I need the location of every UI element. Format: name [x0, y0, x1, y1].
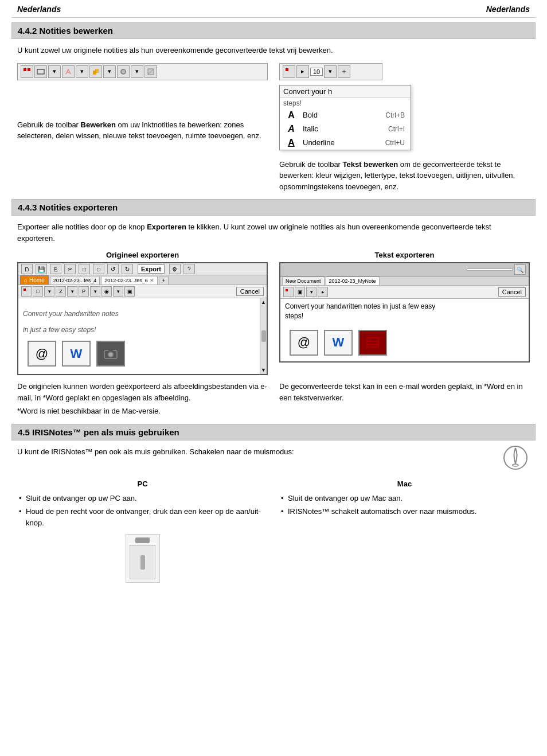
export-col-left: Origineel exporteren 🗋 💾 ⎘ ✂ □ □ ↺ ↻ Exp…: [17, 251, 268, 375]
inner-tb-dropdown-4[interactable]: ▾: [113, 286, 123, 297]
inner-tb-dropdown-2[interactable]: ▾: [67, 286, 77, 297]
inner-tb-3[interactable]: Z: [56, 286, 66, 297]
context-menu-subheader: steps!: [280, 98, 411, 108]
tab-new-doc[interactable]: New Document: [282, 276, 325, 285]
tb-text-btn-4[interactable]: +: [338, 65, 350, 78]
bold-icon: A: [286, 110, 297, 120]
tb-btn-dropdown-4[interactable]: ▾: [131, 65, 143, 78]
tb-btn-4[interactable]: [89, 65, 102, 78]
svg-rect-15: [108, 349, 113, 351]
menu-item-bold[interactable]: A Bold Ctrl+B: [280, 108, 411, 122]
tb-btn-dropdown-1[interactable]: ▾: [48, 65, 61, 78]
tb-btn-2[interactable]: [34, 65, 47, 78]
tab-1[interactable]: 2012-02-23...tes_4: [50, 276, 100, 285]
tb-text-btn-3[interactable]: ▾: [324, 65, 337, 78]
scroll-down-left[interactable]: ▼: [261, 367, 266, 373]
tab-home-label: Home: [29, 277, 45, 283]
search-btn-right[interactable]: 🔍: [514, 264, 526, 275]
tab-mynote[interactable]: 2012-02-23_MyNote: [326, 276, 380, 285]
tb-btn-dropdown-2[interactable]: ▾: [76, 65, 88, 78]
icon-camera-left: [96, 341, 125, 367]
menu-btn-6[interactable]: □: [93, 264, 104, 274]
section-442-title: 4.4.2 Notities bewerken: [11, 22, 536, 39]
icon-word-right: W: [324, 330, 353, 356]
pen-circle-icon: [501, 443, 530, 472]
export-btn[interactable]: Export: [138, 264, 165, 274]
export-right-text: De geconverteerde tekst kan in een e-mai…: [279, 381, 530, 403]
menu-bold-label: Bold: [303, 111, 380, 119]
menu-btn-2[interactable]: 💾: [36, 264, 47, 274]
tb-btn-5[interactable]: [117, 65, 130, 78]
text-window-right: 🔍 New Document 2012-02-23_MyNote ▣: [279, 262, 530, 363]
menu-item-italic[interactable]: A Italic Ctrl+I: [280, 122, 411, 136]
app-inner-toolbar-left: □ ▾ Z ▾ P ▾ ◉ ▾ ▣ Cancel: [18, 285, 267, 298]
export-desc-cols: De originelen kunnen worden geëxporteerd…: [17, 381, 530, 417]
tab-add[interactable]: +: [159, 276, 169, 285]
section-45-body-row: U kunt de IRISNotes™ pen ook als muis ge…: [17, 446, 530, 474]
menu-italic-label: Italic: [303, 124, 382, 133]
menu-italic-shortcut: Ctrl+I: [388, 125, 405, 133]
pen-icon-area: [501, 443, 530, 474]
context-menu-header: Convert your h: [280, 85, 411, 98]
menu-btn-10[interactable]: ?: [183, 264, 195, 274]
menu-btn-3[interactable]: ⎘: [50, 264, 61, 274]
tb-btn-1[interactable]: [21, 65, 33, 78]
inner-tb-6[interactable]: ▣: [124, 286, 135, 297]
tab-2[interactable]: 2012-02-23...tes_6 ✕: [101, 276, 158, 285]
pc-bullet-2: Houd de pen recht voor de ontvanger, dru…: [17, 506, 268, 528]
tab-home[interactable]: ⌂ Home: [20, 275, 49, 285]
inner-tb-right-2[interactable]: ▣: [295, 287, 305, 297]
scroll-up-left[interactable]: ▲: [261, 299, 266, 305]
svg-rect-17: [367, 338, 378, 347]
inner-tb-2[interactable]: □: [33, 286, 43, 297]
inner-tb-right-3[interactable]: ▾: [306, 287, 317, 297]
section-45-title-text: 4.5 IRISNotes™ pen als muis gebruiken: [18, 427, 179, 437]
svg-point-14: [109, 353, 112, 356]
inner-tb-1[interactable]: [21, 286, 32, 297]
scrollbar-left[interactable]: ▲ ▼: [260, 298, 267, 374]
handwriting-line1: Convert your handwritten notes: [23, 309, 255, 319]
tb-text-btn-2[interactable]: ▸: [296, 65, 309, 78]
menu-btn-4[interactable]: ✂: [64, 264, 76, 274]
export-left-desc: De originelen kunnen worden geëxporteerd…: [17, 381, 268, 417]
pc-mac-cols: PC Sluit de ontvanger op uw PC aan. Houd…: [17, 480, 530, 583]
menu-btn-8[interactable]: ↻: [122, 264, 133, 274]
inner-tb-dropdown-3[interactable]: ▾: [90, 286, 100, 297]
tb-btn-6[interactable]: [144, 65, 157, 78]
app-inner-toolbar-right: ▣ ▾ ▸ Cancel: [280, 286, 529, 299]
inner-tb-4[interactable]: P: [79, 286, 89, 297]
text-window-bar-right: 🔍: [280, 263, 529, 276]
cancel-btn-left[interactable]: Cancel: [236, 287, 264, 296]
font-size-field[interactable]: 10: [310, 68, 323, 76]
mac-title: Mac: [279, 480, 530, 488]
svg-point-7: [122, 70, 125, 73]
inner-tb-5[interactable]: ◉: [101, 286, 112, 297]
tb-btn-dropdown-3[interactable]: ▾: [103, 65, 116, 78]
inner-tb-dropdown-1[interactable]: ▾: [44, 286, 54, 297]
home-icon: ⌂: [24, 277, 28, 283]
menu-btn-1[interactable]: 🗋: [21, 264, 33, 274]
mac-bullet-2: IRISNotes™ schakelt automatisch over naa…: [279, 506, 530, 517]
cancel-btn-right[interactable]: Cancel: [498, 287, 526, 297]
menu-btn-7[interactable]: ↺: [107, 264, 119, 274]
toolbar-col: ▾ ▾ ▾ ▾: [17, 63, 268, 193]
tb-text-btn-1[interactable]: [283, 65, 295, 78]
menu-btn-9[interactable]: ⚙: [169, 264, 181, 274]
text-content-right: Convert your handwritten notes in just a…: [280, 299, 529, 361]
section-443-title: 4.4.3 Notities exporteren: [11, 199, 536, 216]
tb-btn-3[interactable]: [62, 65, 75, 78]
text-toolbar-mock: ▸ 10 ▾ +: [279, 63, 382, 80]
export-left-text: De originelen kunnen worden geëxporteerd…: [17, 381, 268, 403]
scroll-thumb-left[interactable]: [261, 330, 266, 342]
svg-rect-0: [24, 68, 26, 71]
menu-item-underline[interactable]: A Underline Ctrl+U: [280, 136, 411, 150]
header-left: Nederlands: [17, 5, 61, 14]
pc-title: PC: [17, 480, 268, 488]
tab-close-icon[interactable]: ✕: [150, 278, 154, 283]
app-content-left: Convert your handwritten notes in just a…: [18, 298, 260, 374]
search-box-right[interactable]: [467, 268, 513, 271]
inner-tb-right-1[interactable]: [283, 287, 294, 297]
icon-at-right: @: [290, 330, 318, 356]
inner-tb-right-4[interactable]: ▸: [318, 287, 328, 297]
menu-btn-5[interactable]: □: [79, 264, 90, 274]
